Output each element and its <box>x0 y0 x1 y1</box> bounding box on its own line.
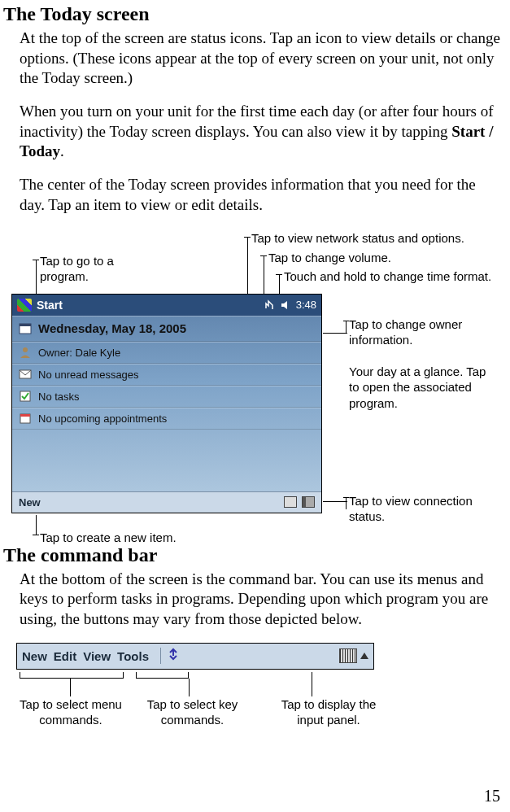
toolbar-key-icon[interactable] <box>166 648 181 665</box>
svg-rect-6 <box>20 414 30 417</box>
menu-edit[interactable]: Edit <box>54 649 76 663</box>
callout-goto: Tap to go to a program. <box>40 253 121 285</box>
tasks-icon <box>19 390 32 403</box>
callout-volume: Tap to change volume. <box>268 250 391 266</box>
today-owner-row[interactable]: Owner: Dale Kyle <box>12 342 321 364</box>
section1-heading: The Today screen <box>3 3 502 25</box>
messages-icon <box>19 368 32 381</box>
today-titlebar[interactable]: Start 3:48 <box>12 295 321 316</box>
today-tasks-row[interactable]: No tasks <box>12 386 321 408</box>
menu-new[interactable]: New <box>22 649 47 663</box>
callout-input-panel: Tap to display the input panel. <box>272 696 386 728</box>
start-label: Start <box>37 299 63 312</box>
section1-para3: The center of the Today screen provides … <box>20 175 502 215</box>
calendar-date-icon <box>19 322 32 335</box>
callout-time: Touch and hold to change time format. <box>284 268 491 285</box>
callout-conn: Tap to view connection status. <box>349 493 487 525</box>
callout-menu-cmds: Tap to select menu commands. <box>18 696 124 728</box>
start-flag-icon[interactable] <box>17 299 32 312</box>
today-appts-row[interactable]: No upcoming appointments <box>12 408 321 430</box>
today-screen-mockup: Start 3:48 Wednesday, May 18, 2005 Owner… <box>11 294 322 513</box>
menu-tools[interactable]: Tools <box>117 649 149 663</box>
new-button[interactable]: New <box>19 496 41 509</box>
callout-owner: Tap to change owner information. <box>349 317 487 348</box>
callout-glance: Your day at a glance. Tap to open the as… <box>349 364 487 412</box>
svg-point-2 <box>23 347 28 352</box>
command-bar: New Edit View Tools <box>16 643 374 670</box>
signal-icon[interactable] <box>302 496 315 508</box>
menu-view[interactable]: View <box>83 649 111 663</box>
section1-para1: At the top of the screen are status icon… <box>20 28 502 89</box>
section1-para2: When you turn on your unit for the first… <box>20 102 502 162</box>
network-status-icon[interactable] <box>264 299 275 311</box>
section2-para: At the bottom of the screen is the comma… <box>20 570 502 630</box>
clock-label[interactable]: 3:48 <box>296 299 316 311</box>
today-bottombar: New <box>12 491 321 513</box>
callout-newitem: Tap to create a new item. <box>40 530 177 546</box>
callout-network: Tap to view network status and options. <box>251 230 464 247</box>
today-diagram: Tap to go to a program. Tap to view netw… <box>3 229 502 538</box>
keyboard-input-icon[interactable] <box>339 648 357 663</box>
today-messages-row[interactable]: No unread messages <box>12 364 321 386</box>
svg-rect-1 <box>20 324 31 326</box>
commandbar-diagram: New Edit View Tools Tap to select menu c… <box>3 643 502 732</box>
today-date-row[interactable]: Wednesday, May 18, 2005 <box>12 316 321 342</box>
page-number: 15 <box>484 787 500 805</box>
appointments-icon <box>19 412 32 425</box>
connection-status-icon[interactable] <box>284 496 297 508</box>
callout-key-cmds: Tap to select key commands. <box>142 696 243 728</box>
owner-icon <box>19 346 32 359</box>
section2-heading: The command bar <box>3 544 502 566</box>
input-panel-arrow-icon[interactable] <box>360 653 368 659</box>
volume-icon[interactable] <box>280 299 291 311</box>
